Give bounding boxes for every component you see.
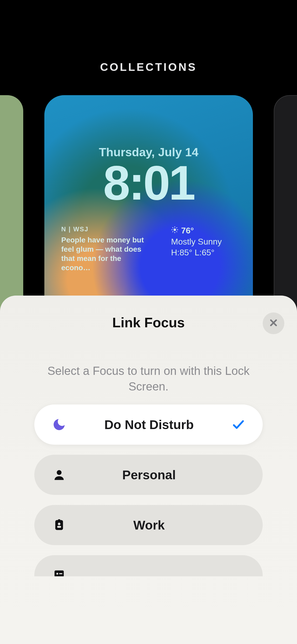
svg-rect-18 — [59, 573, 62, 574]
svg-line-6 — [177, 232, 177, 232]
news-source: N | WSJ — [61, 225, 151, 233]
svg-point-11 — [57, 470, 62, 475]
weather-temp: 76° — [181, 225, 194, 236]
weather-condition: Mostly Sunny — [171, 236, 240, 247]
focus-option-more[interactable] — [34, 555, 263, 576]
svg-line-5 — [173, 228, 173, 228]
svg-point-13 — [58, 523, 60, 525]
news-headline: People have money but feel glum — what d… — [61, 235, 151, 272]
card-icon — [51, 566, 67, 576]
lockscreen-time: 8:01 — [44, 155, 253, 211]
focus-option-label: Personal — [67, 468, 231, 482]
weather-widget: 76° Mostly Sunny H:85° L:65° — [171, 225, 240, 258]
person-icon — [51, 467, 67, 483]
link-focus-sheet: Link Focus Select a Focus to turn on wit… — [0, 296, 297, 644]
svg-point-0 — [173, 228, 176, 231]
svg-rect-14 — [57, 526, 61, 528]
weather-hilo: H:85° L:65° — [171, 247, 240, 258]
close-button[interactable] — [263, 312, 284, 334]
sheet-title: Link Focus — [0, 315, 297, 330]
focus-option-label: Work — [67, 518, 231, 532]
checkmark-icon — [231, 417, 246, 432]
moon-icon — [51, 417, 67, 433]
badge-icon — [51, 517, 67, 533]
sun-icon — [171, 225, 178, 236]
svg-rect-16 — [55, 571, 64, 576]
close-icon — [268, 318, 279, 329]
gallery-header: COLLECTIONS — [0, 61, 297, 73]
svg-point-17 — [56, 573, 58, 575]
svg-rect-15 — [58, 519, 60, 521]
svg-line-8 — [177, 228, 177, 228]
focus-option-label: Do Not Disturb — [67, 417, 231, 432]
focus-option-personal[interactable]: Personal — [34, 455, 263, 495]
svg-line-7 — [173, 232, 173, 232]
focus-options-list: Do Not Disturb Personal Work — [34, 404, 263, 576]
news-widget: N | WSJ People have money but feel glum … — [61, 225, 151, 272]
focus-option-do-not-disturb[interactable]: Do Not Disturb — [34, 404, 263, 445]
sheet-subtitle: Select a Focus to turn on with this Lock… — [32, 363, 265, 394]
focus-option-work[interactable]: Work — [34, 505, 263, 545]
